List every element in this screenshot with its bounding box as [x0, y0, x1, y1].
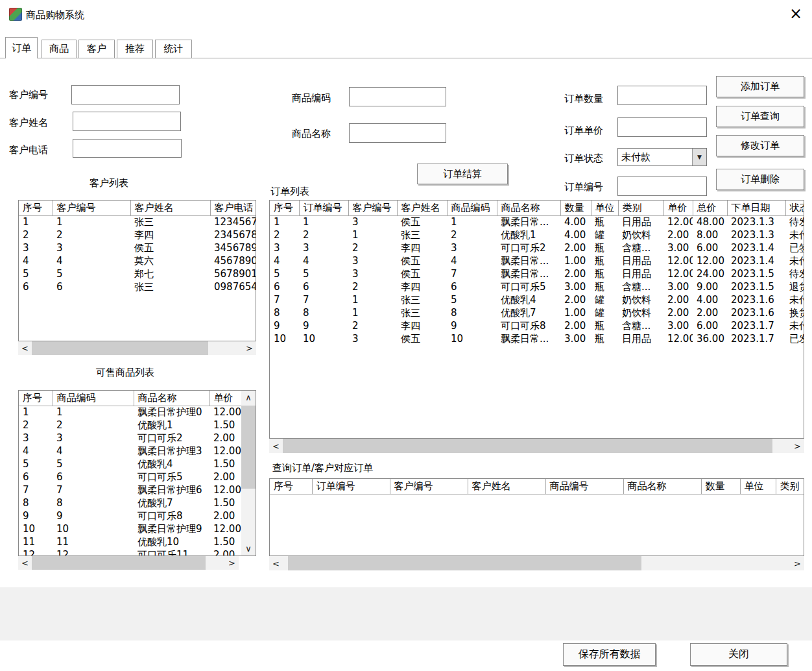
table-cell[interactable]: 日用品	[618, 215, 663, 228]
table-cell[interactable]: 退货	[785, 280, 804, 293]
table-row[interactable]: 221张三2优酸乳14.00罐奶饮料2.008.002023.1.3未付	[270, 228, 804, 241]
table-cell[interactable]: 侯五	[397, 254, 447, 267]
column-header[interactable]: 数量	[560, 201, 591, 215]
table-row[interactable]: 771张三5优酸乳42.00罐奶饮料2.004.002023.1.6未付	[270, 293, 804, 306]
table-cell[interactable]: 1	[299, 215, 348, 228]
scroll-left-icon[interactable]: <	[18, 556, 32, 570]
scroll-left-icon[interactable]: <	[269, 556, 283, 570]
table-cell[interactable]: 1	[270, 215, 299, 228]
table-cell[interactable]: 3	[53, 241, 130, 254]
table-cell[interactable]: 4.00	[560, 228, 591, 241]
table-cell[interactable]: 3.00	[560, 280, 591, 293]
table-cell[interactable]: 9	[19, 509, 53, 522]
column-header[interactable]: 客户编号	[53, 201, 130, 215]
table-cell[interactable]: 10	[19, 522, 53, 535]
table-cell[interactable]: 2	[299, 228, 348, 241]
column-header[interactable]: 序号	[270, 201, 299, 215]
table-cell[interactable]: 优酸乳4	[497, 293, 560, 306]
table-row[interactable]: 11张三1234567	[19, 215, 256, 228]
table-cell[interactable]: 可口可乐8	[497, 319, 560, 332]
table-cell[interactable]: 5	[447, 293, 497, 306]
column-header[interactable]: 客户编号	[390, 479, 468, 494]
table-cell[interactable]: 含糖...	[618, 241, 663, 254]
table-cell[interactable]: 未付	[785, 228, 804, 241]
table-cell[interactable]: 优酸乳4	[134, 458, 209, 470]
table-cell[interactable]: 瓶	[591, 241, 618, 254]
table-cell[interactable]: 2	[53, 228, 130, 241]
table-cell[interactable]: 3	[348, 215, 397, 228]
table-cell[interactable]: 奶饮料	[618, 293, 663, 306]
column-header[interactable]: 单价	[663, 201, 693, 215]
scroll-down-icon[interactable]: ∨	[241, 542, 256, 555]
product-list-table[interactable]: 序号商品编码商品名称单价11飘柔日常护理012.0022优酸乳11.5033可口…	[18, 390, 256, 556]
column-header[interactable]: 数量	[701, 479, 740, 494]
table-cell[interactable]: 3	[53, 432, 134, 445]
table-cell[interactable]: 1234567	[210, 215, 256, 228]
table-cell[interactable]: 未付	[785, 319, 804, 332]
table-cell[interactable]: 1	[348, 293, 397, 306]
customer-id-input[interactable]	[71, 85, 180, 104]
table-cell[interactable]: 7	[19, 483, 53, 496]
table-cell[interactable]: 换货	[785, 306, 804, 319]
table-cell[interactable]: 1	[53, 406, 134, 419]
scrollbar-thumb[interactable]	[283, 439, 772, 453]
table-cell[interactable]: 10	[53, 522, 134, 535]
table-cell[interactable]: 4	[19, 254, 53, 267]
add-order-button[interactable]: 添加订单	[716, 76, 804, 97]
table-cell[interactable]: 7	[447, 267, 497, 280]
table-cell[interactable]: 2023.1.4	[727, 241, 785, 254]
table-cell[interactable]: 可口可乐11	[134, 548, 209, 556]
table-cell[interactable]: 2	[19, 419, 53, 432]
table-cell[interactable]: 6	[53, 470, 134, 483]
column-header[interactable]: 序号	[19, 391, 53, 406]
table-cell[interactable]: 4	[53, 445, 134, 458]
table-row[interactable]: 332李四3可口可乐22.00瓶含糖...3.006.002023.1.4已签	[270, 241, 804, 254]
table-cell[interactable]: 日用品	[618, 267, 663, 280]
order-list-hscrollbar[interactable]: < >	[269, 439, 804, 453]
scroll-right-icon[interactable]: >	[791, 439, 804, 453]
table-cell[interactable]: 2	[348, 319, 397, 332]
table-cell[interactable]: 8	[270, 306, 299, 319]
table-cell[interactable]: 5	[53, 458, 134, 470]
column-header[interactable]: 商品编号	[545, 479, 623, 494]
table-cell[interactable]: 可口可乐2	[497, 241, 560, 254]
table-cell[interactable]: 6.00	[693, 241, 727, 254]
table-cell[interactable]: 2.00	[693, 306, 727, 319]
scroll-left-icon[interactable]: <	[18, 341, 32, 355]
table-cell[interactable]: 瓶	[591, 215, 618, 228]
delete-order-button[interactable]: 订单删除	[716, 169, 804, 190]
table-row[interactable]: 55郑七5678901	[19, 267, 256, 280]
order-status-select[interactable]: 未付款 ▼	[617, 148, 707, 166]
table-cell[interactable]: 2	[19, 228, 53, 241]
table-cell[interactable]: 3	[270, 241, 299, 254]
table-cell[interactable]: 2.00	[560, 293, 591, 306]
table-cell[interactable]: 已签	[785, 241, 804, 254]
table-cell[interactable]: 12.00	[663, 267, 693, 280]
table-cell[interactable]: 1	[53, 215, 130, 228]
order-list-table[interactable]: 序号订单编号客户编号客户姓名商品编码商品名称数量单位类别单价总价下单日期状态11…	[269, 200, 804, 439]
tab-stats[interactable]: 统计	[155, 40, 192, 58]
chevron-down-icon[interactable]: ▼	[692, 149, 706, 165]
table-cell[interactable]: 8	[19, 496, 53, 509]
table-cell[interactable]: 优酸乳7	[134, 496, 209, 509]
table-cell[interactable]: 飘柔日常...	[497, 215, 560, 228]
customer-list-table[interactable]: 序号客户编号客户姓名客户电话11张三123456722李四234567833侯五…	[18, 200, 256, 341]
table-cell[interactable]: 9	[270, 319, 299, 332]
table-cell[interactable]: 48.00	[693, 215, 727, 228]
table-cell[interactable]: 飘柔日常...	[497, 254, 560, 267]
table-cell[interactable]: 12	[53, 548, 134, 556]
table-cell[interactable]: 李四	[397, 319, 447, 332]
table-cell[interactable]: 2.00	[663, 228, 693, 241]
table-cell[interactable]: 4.00	[693, 293, 727, 306]
table-cell[interactable]: 2.00	[560, 319, 591, 332]
column-header[interactable]: 商品编码	[53, 391, 134, 406]
table-cell[interactable]: 12.00	[663, 215, 693, 228]
table-cell[interactable]: 6	[53, 280, 130, 293]
query-list-table[interactable]: 序号订单编号客户编号客户姓名商品编号商品名称数量单位类别	[269, 478, 804, 556]
scroll-up-icon[interactable]: ∧	[241, 391, 256, 404]
column-header[interactable]: 订单编号	[299, 201, 348, 215]
table-row[interactable]: 881张三8优酸乳71.00罐奶饮料2.002.002023.1.6换货	[270, 306, 804, 319]
close-icon[interactable]: ×	[786, 4, 806, 23]
customer-name-input[interactable]	[73, 112, 181, 131]
table-cell[interactable]: 奶饮料	[618, 228, 663, 241]
